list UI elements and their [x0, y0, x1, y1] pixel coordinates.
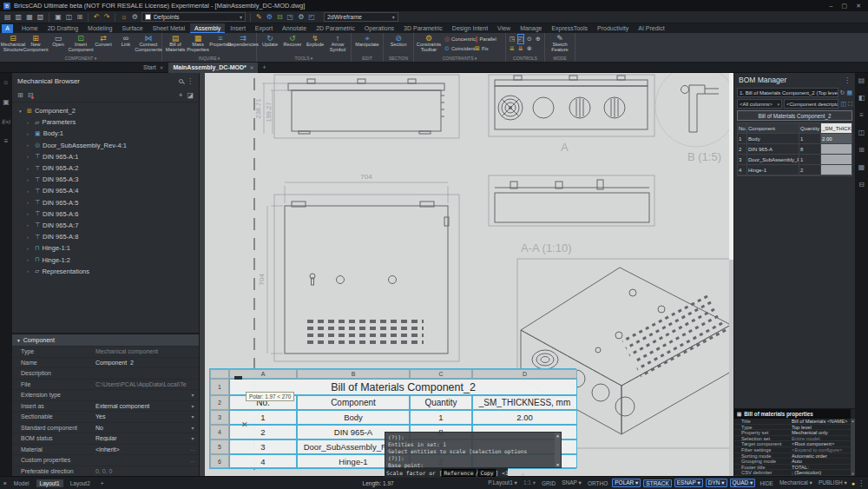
structure-config-icon[interactable]: ⊞ [17, 91, 23, 99]
table-grip[interactable] [234, 376, 242, 380]
expand-icon[interactable]: › [27, 235, 32, 240]
collapse-icon[interactable]: ▾ [19, 109, 24, 114]
doc-tab-mainassembly[interactable]: MainAssembly_DC-MOD*✕ [168, 63, 258, 73]
units-icon[interactable]: ⊟ [276, 12, 284, 23]
group-label-edit[interactable]: EDIT [353, 55, 381, 62]
scroll-down-icon[interactable]: ▼ [556, 462, 559, 468]
redo-icon[interactable]: ↷ [103, 12, 111, 23]
export-icon[interactable]: ⛶ [848, 101, 852, 108]
property-row-extension-type[interactable]: Extension type▾ [12, 389, 199, 400]
table-row[interactable]: 1 Body 1 2.00 [738, 134, 852, 144]
layout2-tab[interactable]: Layout2 [67, 479, 94, 487]
constraints-toolbar-button[interactable]: ⚙Constraints Toolbar [416, 34, 442, 53]
tree-item-din965a-6[interactable]: ›⊤DIN 965-A:6 [12, 208, 199, 220]
insert-component-button[interactable]: ⊡Insert Component [69, 34, 92, 53]
tab-design-intent[interactable]: Design Intent [448, 23, 492, 33]
drawing-canvas[interactable]: 238.71 199.27 A [200, 73, 733, 476]
expand-icon[interactable]: › [27, 188, 32, 194]
property-row-description[interactable]: Description [12, 367, 199, 379]
annotation-scale-toggle[interactable]: 1:1 ▾ [522, 479, 537, 486]
notification-dot-icon[interactable]: ● [852, 480, 855, 486]
descriptor-filter-dropdown[interactable]: <Component descriptor▾ [784, 99, 838, 109]
tips-panel-icon[interactable]: ⊟ [858, 181, 865, 188]
parallel-button[interactable]: ∥Parallel [475, 34, 503, 43]
command-scrollbar[interactable]: ▲▼ [555, 433, 561, 467]
explore-icon[interactable]: ⚙ [266, 12, 273, 23]
group-label-controls[interactable]: CONTROLS [508, 55, 542, 62]
col-header-d[interactable]: D [472, 369, 577, 379]
strack-toggle[interactable]: STRACK [643, 479, 671, 487]
explode-button[interactable]: ↯Explode [304, 34, 326, 48]
control-toggle-4-icon[interactable]: ⊕ [536, 35, 541, 43]
bom-panel-icon[interactable]: ▤ [858, 76, 865, 84]
save-icon[interactable]: ▦ [25, 12, 34, 23]
layers-panel-icon[interactable]: ≡ [859, 111, 864, 119]
connect-components-button[interactable]: ⋈Connect Components [137, 34, 160, 53]
property-row-sectionable[interactable]: SectionableYes▾ [12, 411, 199, 422]
row-header-5[interactable]: 5 [210, 439, 229, 454]
save-as-icon[interactable]: ▧ [36, 12, 45, 23]
convert-button[interactable]: ⇄Convert [92, 34, 115, 48]
canvas-scrollbar[interactable] [729, 73, 733, 476]
publish-menu[interactable]: PUBLISH ▾ [817, 479, 849, 486]
expand-icon[interactable]: ⊞ [737, 411, 741, 417]
close-icon[interactable]: ✕ [160, 65, 164, 70]
property-row-standard-component[interactable]: Standard componentNo▾ [12, 422, 199, 433]
open-file-icon[interactable]: ▥ [15, 12, 23, 23]
bm-header-quantity[interactable]: Quantity [799, 123, 821, 134]
sketch-feature-button[interactable]: ✎Sketch Feature [547, 34, 573, 53]
tree-item-din965a-4[interactable]: ›⊤DIN 965-A:4 [12, 185, 199, 196]
model-tab[interactable]: Model [10, 479, 33, 487]
bom-prop-property-set[interactable]: Property setMechanical only [734, 430, 851, 436]
table-cell[interactable]: 2.00 [472, 410, 577, 425]
expand-icon[interactable]: › [27, 154, 32, 159]
render-panel-icon[interactable]: ▦ [858, 163, 865, 171]
tips-icon[interactable]: ☼ [3, 78, 9, 86]
new-component-button[interactable]: ⊞New Component [24, 34, 47, 53]
property-row-insert-as[interactable]: Insert asExternal component▾ [12, 400, 199, 412]
parameters-icon[interactable]: f(x) [2, 118, 10, 125]
ellipsis-icon[interactable]: … [187, 446, 199, 452]
tab-expresstools[interactable]: ExpressTools [547, 23, 592, 33]
group-label-component[interactable]: COMPONENT ▾ [2, 55, 160, 62]
fix-button[interactable]: ⊠Fix [475, 43, 503, 53]
row-header-3[interactable]: 3 [210, 410, 229, 425]
paper-layout-toggle[interactable]: P.Layout1 ▾ [486, 479, 519, 486]
chevron-down-icon[interactable]: ▾ [187, 403, 199, 409]
expand-icon[interactable]: › [27, 166, 32, 171]
close-button[interactable]: ✕ [856, 3, 861, 10]
doc-tab-start[interactable]: Start✕ [139, 63, 168, 73]
control-toggle-5-icon[interactable]: ⇊ [510, 44, 515, 53]
expand-icon[interactable]: › [27, 222, 32, 228]
workspace-switcher[interactable]: Mechanical ▾ [778, 479, 814, 486]
dyn-toggle[interactable]: DYN ▾ [706, 479, 727, 487]
chevron-down-icon[interactable]: ▾ [187, 425, 199, 431]
drawing-explorer-icon[interactable]: ◳ [286, 12, 295, 23]
bom-prop-title[interactable]: TitleBill of Materials <NAME> [734, 419, 851, 425]
tree-item-din965a-5[interactable]: ›⊤DIN 965-A:5 [12, 197, 199, 208]
row-header-2[interactable]: 2 [210, 395, 229, 410]
command-input-line[interactable]: Scale factor or [Reference/Copy] <1.1>: … [385, 468, 508, 478]
tree-item-door-subassembly[interactable]: ›◎Door_SubAssembly_Rev-4:1 [12, 140, 199, 151]
tree-item-hinge-1-2[interactable]: ›⊓Hinge-1:2 [12, 254, 199, 265]
table-cell[interactable]: 1 [410, 410, 472, 425]
statusbar-menu-icon[interactable]: ⋮ [858, 479, 865, 487]
control-toggle-6-icon[interactable]: ⇊ [518, 44, 523, 53]
panel-menu-icon[interactable]: ⋮ [187, 77, 194, 85]
bom-document-button[interactable]: Bill of Materials Component_2 [737, 110, 852, 121]
coincident-button[interactable]: ⊙Coincident [444, 43, 473, 53]
col-header-c[interactable]: C [410, 369, 472, 379]
open-button[interactable]: ▭Open [47, 34, 69, 48]
layer-settings-icon[interactable]: ⚙ [131, 12, 139, 23]
settings-icon[interactable]: ⚙ [297, 12, 305, 23]
tree-item-din965a-3[interactable]: ›⊤DIN 965-A:3 [12, 174, 199, 185]
table-row[interactable]: 3 Door_SubAssembly_Rev-4 1 [738, 155, 852, 165]
application-button[interactable]: A [2, 24, 13, 33]
tree-item-representations[interactable]: ›▱Representations [12, 266, 199, 277]
property-row-custom-properties[interactable]: Custom properties... [12, 454, 199, 466]
manipulate-button[interactable]: ⌖Manipulate [353, 34, 381, 48]
bm-header-thickness[interactable]: _SM_THICKNESS, mm [821, 123, 852, 134]
new-file-icon[interactable]: ▤ [3, 12, 12, 23]
bom-prop-type[interactable]: TypeTop level [734, 425, 851, 431]
expand-icon[interactable]: › [27, 246, 32, 251]
